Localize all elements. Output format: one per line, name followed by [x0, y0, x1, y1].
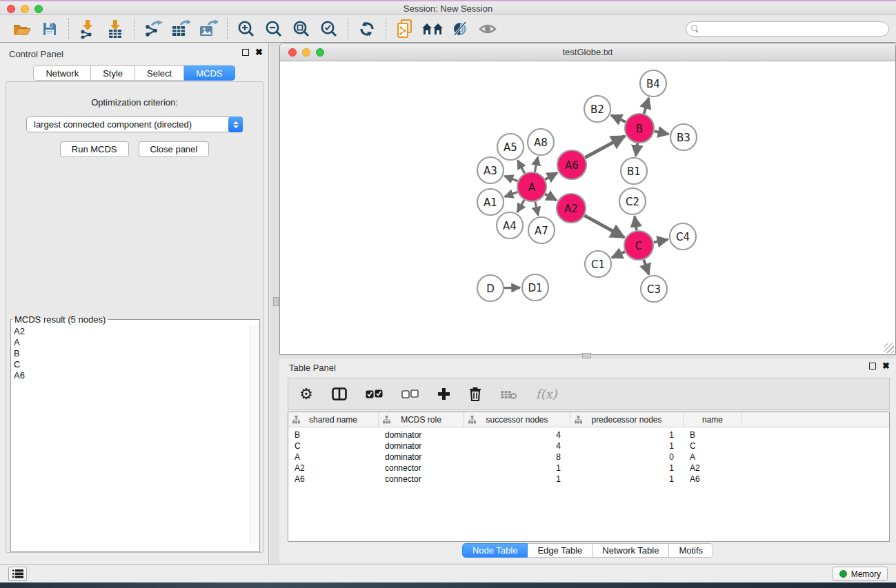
resize-grip[interactable] — [884, 343, 894, 353]
table-row[interactable]: A6connector11A6 — [288, 474, 889, 485]
open-session-button[interactable] — [10, 18, 34, 40]
cell-successor-nodes[interactable]: 4 — [464, 440, 570, 452]
zoom-in-button[interactable] — [235, 18, 258, 40]
tab-edge-table[interactable]: Edge Table — [528, 543, 593, 558]
apply-function-button[interactable]: f(x) — [536, 384, 557, 405]
show-task-history-button[interactable] — [8, 567, 27, 581]
edge-A-A1[interactable] — [505, 192, 518, 197]
tab-motifs[interactable]: Motifs — [669, 543, 713, 558]
add-column-button[interactable] — [437, 384, 450, 405]
save-session-button[interactable] — [38, 18, 61, 40]
table-row[interactable]: A2connector11A2 — [288, 463, 889, 474]
unselect-all-button[interactable] — [401, 384, 419, 405]
cell-predecessor-nodes[interactable]: 1 — [570, 440, 684, 452]
column-header-shared-name[interactable]: shared name — [288, 412, 379, 427]
edge-A-A8[interactable] — [535, 157, 537, 172]
global-search-field[interactable] — [686, 21, 889, 37]
table-row[interactable]: Cdominator41C — [288, 440, 889, 452]
result-list-item[interactable]: A6 — [14, 370, 250, 381]
result-list-item[interactable]: A2 — [14, 326, 250, 337]
cell-MCDS-role[interactable]: dominator — [379, 440, 464, 452]
home-button[interactable] — [421, 18, 444, 40]
destroy-table-button[interactable] — [500, 384, 517, 405]
cell-MCDS-role[interactable]: dominator — [379, 452, 464, 463]
cell-MCDS-role[interactable]: dominator — [379, 429, 464, 440]
edge-B-B3[interactable] — [655, 131, 669, 134]
edge-A-A4[interactable] — [517, 200, 524, 212]
export-table-button[interactable] — [169, 18, 192, 40]
cell-MCDS-role[interactable]: connector — [379, 474, 464, 485]
table-row[interactable]: Adominator80A — [288, 452, 889, 463]
table-row[interactable]: Bdominator41B — [288, 429, 889, 440]
cell-shared-name[interactable]: A6 — [288, 474, 379, 485]
cell-shared-name[interactable]: A — [288, 452, 379, 463]
column-header-name[interactable]: name — [684, 412, 742, 427]
close-panel-button[interactable]: Close panel — [139, 141, 210, 157]
column-header-predecessor-nodes[interactable]: predecessor nodes — [570, 412, 684, 427]
edge-A-A5[interactable] — [517, 160, 524, 173]
close-table-panel-icon[interactable]: ✖ — [882, 363, 890, 369]
column-header-successor-nodes[interactable]: successor nodes — [464, 412, 570, 427]
table-settings-button[interactable]: ⚙ — [299, 384, 313, 405]
result-list-item[interactable]: C — [14, 359, 250, 370]
edge-B-B2[interactable] — [611, 115, 626, 122]
cell-predecessor-nodes[interactable]: 0 — [570, 452, 684, 463]
float-panel-icon[interactable] — [242, 49, 249, 56]
vertical-scroll-thumb[interactable] — [273, 297, 279, 306]
hide-graphics-details-button[interactable] — [448, 18, 472, 40]
show-graphics-details-button[interactable] — [476, 18, 499, 40]
close-panel-icon[interactable]: ✖ — [255, 49, 263, 56]
edge-A-A7[interactable] — [535, 201, 538, 215]
tab-style[interactable]: Style — [91, 65, 135, 81]
zoom-out-button[interactable] — [262, 18, 286, 40]
cell-successor-nodes[interactable]: 4 — [464, 429, 570, 440]
edge-A-A3[interactable] — [504, 176, 517, 181]
edge-B-B4[interactable] — [644, 98, 648, 114]
cell-name[interactable]: A6 — [684, 474, 742, 485]
export-image-button[interactable] — [197, 18, 220, 40]
edge-A6-B[interactable] — [585, 136, 625, 157]
tab-select[interactable]: Select — [135, 65, 184, 81]
show-columns-button[interactable] — [332, 384, 347, 405]
result-scrollbar[interactable] — [250, 325, 259, 544]
export-network-button[interactable] — [141, 18, 165, 40]
new-session-button[interactable] — [393, 18, 417, 40]
horizontal-scroll-thumb[interactable] — [582, 353, 591, 358]
cell-predecessor-nodes[interactable]: 1 — [570, 463, 684, 474]
cell-name[interactable]: A2 — [684, 463, 742, 474]
result-list-item[interactable]: A — [14, 337, 250, 348]
run-mcds-button[interactable]: Run MCDS — [60, 141, 129, 157]
network-canvas[interactable]: AA1A2A3A4A5A6A7A8BB1B2B3B4CC1C2C3C4DD1 — [280, 62, 895, 354]
cell-successor-nodes[interactable]: 1 — [464, 474, 570, 485]
tab-network[interactable]: Network — [33, 65, 91, 81]
network-window-titlebar[interactable]: testGlobe.txt — [280, 43, 895, 61]
result-list-item[interactable]: B — [14, 348, 250, 359]
memory-button[interactable]: Memory — [833, 567, 888, 581]
import-network-button[interactable] — [76, 18, 99, 40]
edge-C-C4[interactable] — [654, 239, 668, 242]
network-graph[interactable]: AA1A2A3A4A5A6A7A8BB1B2B3B4CC1C2C3C4DD1 — [280, 62, 895, 354]
node-table[interactable]: shared nameMCDS rolesuccessor nodesprede… — [288, 412, 890, 542]
cell-predecessor-nodes[interactable]: 1 — [570, 429, 684, 440]
search-input[interactable] — [699, 23, 888, 35]
refresh-view-button[interactable] — [355, 18, 379, 40]
edge-B-B1[interactable] — [636, 143, 637, 156]
delete-column-button[interactable] — [469, 384, 481, 405]
edge-C-C1[interactable] — [612, 252, 625, 258]
cell-MCDS-role[interactable]: connector — [379, 463, 464, 474]
edge-A2-C[interactable] — [584, 216, 624, 238]
cell-name[interactable]: A — [684, 452, 742, 463]
edge-C-C3[interactable] — [644, 260, 648, 274]
cell-successor-nodes[interactable]: 1 — [464, 463, 570, 474]
cell-name[interactable]: B — [684, 429, 742, 440]
select-all-button[interactable] — [366, 384, 383, 405]
edge-A-A6[interactable] — [545, 173, 557, 180]
cell-predecessor-nodes[interactable]: 1 — [570, 474, 684, 485]
edge-A-A2[interactable] — [545, 194, 557, 201]
float-table-panel-icon[interactable] — [869, 363, 876, 369]
zoom-fit-button[interactable] — [290, 18, 313, 40]
tab-node-table[interactable]: Node Table — [462, 543, 528, 558]
cell-shared-name[interactable]: A2 — [288, 463, 379, 474]
edge-C-C2[interactable] — [635, 216, 637, 230]
criterion-dropdown[interactable]: largest connected component (directed) — [26, 116, 243, 132]
